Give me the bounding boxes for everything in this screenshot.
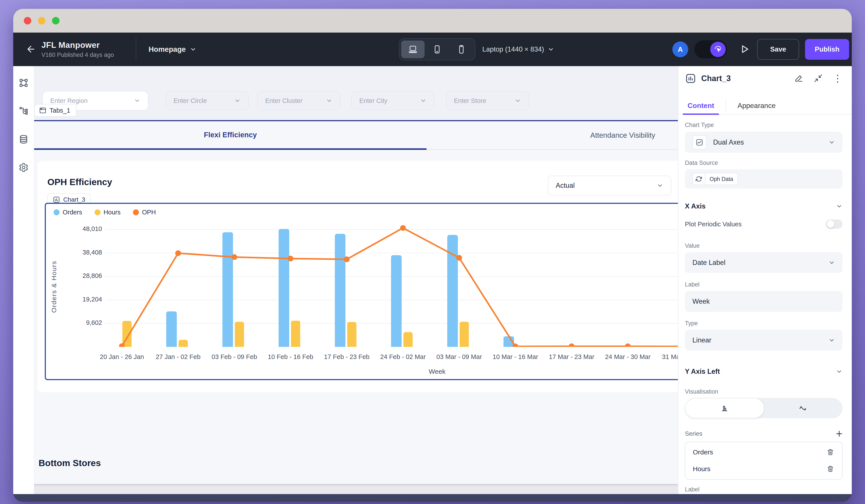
series-header: Series + <box>685 429 842 438</box>
y-axis-title: Orders & Hours <box>50 230 58 344</box>
back-button[interactable] <box>25 43 37 56</box>
filter-enter-city[interactable]: Enter City <box>351 91 435 110</box>
legend-swatch <box>54 209 59 215</box>
oph-data-point <box>288 256 293 261</box>
delete-series-button[interactable] <box>826 465 834 473</box>
data-source-chip[interactable]: Oph Data <box>692 173 738 185</box>
x-type-select[interactable]: Linear <box>685 330 842 351</box>
chart-type-label: Chart Type <box>685 122 842 128</box>
chevron-down-icon <box>547 46 554 53</box>
y-axis-left-title: Y Axis Left <box>685 367 720 376</box>
plot-periodic-toggle[interactable] <box>826 220 842 229</box>
left-toolbar <box>13 66 34 494</box>
minimize-window-button[interactable] <box>38 17 45 24</box>
visualisation-line-button[interactable] <box>764 398 843 418</box>
metric-selector[interactable]: Actual <box>548 176 671 196</box>
sidebar-item-datasources[interactable] <box>18 134 29 145</box>
chevron-down-icon <box>828 259 835 266</box>
publish-button[interactable]: Publish <box>805 39 849 60</box>
chart-icon <box>685 73 696 84</box>
legend-item-oph[interactable]: OPH <box>133 209 156 216</box>
more-options-button[interactable]: ⋮ <box>833 74 842 83</box>
bar-chart-icon <box>720 403 729 413</box>
preview-button[interactable] <box>737 42 751 56</box>
x-value-select[interactable]: Date Label <box>685 252 842 273</box>
sidebar-item-settings[interactable] <box>18 162 29 173</box>
save-button[interactable]: Save <box>757 39 799 60</box>
y-axis-left-section-header[interactable]: Y Axis Left <box>685 367 842 376</box>
page-selector[interactable]: Homepage <box>149 45 196 54</box>
series-row-orders[interactable]: Orders <box>685 444 842 460</box>
sidebar-item-widgets[interactable] <box>18 78 29 89</box>
tabs-widget-badge[interactable]: Tabs_1 <box>34 104 77 117</box>
visualisation-bar-button[interactable] <box>685 398 764 418</box>
filter-placeholder: Enter Store <box>454 97 486 104</box>
window-bottom-bar <box>13 494 852 502</box>
x-label-value: Week <box>692 297 710 305</box>
properties-panel: Chart_3 ⋮ Content Appearance <box>678 66 852 494</box>
gear-icon <box>19 162 28 173</box>
legend-swatch <box>133 209 139 215</box>
wave-line-icon <box>799 403 808 413</box>
chevron-down-icon <box>657 182 663 189</box>
panel-tab-appearance[interactable]: Appearance <box>735 97 778 114</box>
data-source-label: Data Source <box>685 160 842 166</box>
visualisation-segmented-control <box>685 398 842 418</box>
page-selector-label: Homepage <box>149 45 186 54</box>
chart-widget-selected[interactable]: 9,60219,20428,80638,40848,010OrdersHours… <box>45 203 695 380</box>
collapse-panel-button[interactable] <box>814 74 823 83</box>
data-source-field[interactable]: Oph Data <box>685 169 842 189</box>
plot-periodic-row: Plot Periodic Values <box>685 220 842 229</box>
delete-series-button[interactable] <box>826 448 834 456</box>
refresh-icon <box>693 173 705 185</box>
panel-widget-name: Chart_3 <box>701 74 789 83</box>
add-series-button[interactable]: + <box>836 429 842 438</box>
series-name: Hours <box>693 465 711 473</box>
legend-item-hours[interactable]: Hours <box>95 209 120 216</box>
chevron-down-icon <box>234 97 241 104</box>
device-phone-button[interactable] <box>450 40 473 58</box>
window-titlebar <box>13 9 852 33</box>
chart-plot-area: 9,60219,20428,80638,40848,010 <box>46 204 695 347</box>
device-laptop-button[interactable] <box>401 40 425 58</box>
navbar-divider <box>136 37 136 61</box>
chart-legend: OrdersHoursOPH <box>54 209 156 216</box>
collapse-icon <box>814 74 823 83</box>
chart-widget-name: Chart_3 <box>63 196 85 203</box>
chevron-down-icon <box>828 337 835 343</box>
app-window: JFL Manpower V160 Published 4 days ago H… <box>13 9 852 502</box>
oph-data-point <box>569 343 575 347</box>
device-tablet-button[interactable] <box>425 40 449 58</box>
chevron-down-icon <box>515 97 521 104</box>
filter-placeholder: Enter Circle <box>173 97 207 104</box>
filter-enter-cluster[interactable]: Enter Cluster <box>257 91 341 110</box>
panel-header-actions: ⋮ <box>794 74 842 83</box>
metric-selector-value: Actual <box>556 181 575 189</box>
panel-tab-content[interactable]: Content <box>685 97 717 114</box>
filter-enter-circle[interactable]: Enter Circle <box>165 91 249 110</box>
widget-tree-icon <box>19 106 28 116</box>
legend-item-orders[interactable]: Orders <box>54 209 82 216</box>
tab-flexi-efficiency[interactable]: Flexi Efficiency <box>34 121 427 150</box>
avatar[interactable]: A <box>672 42 688 57</box>
x-axis-section-header[interactable]: X Axis <box>685 202 842 210</box>
interactivity-toggle[interactable] <box>694 40 727 58</box>
oph-data-point <box>625 343 631 347</box>
close-window-button[interactable] <box>24 17 31 24</box>
fullscreen-window-button[interactable] <box>52 17 59 24</box>
device-size-label: Laptop (1440 × 834) <box>482 45 544 53</box>
series-row-hours[interactable]: Hours <box>685 460 842 477</box>
rename-widget-button[interactable] <box>794 74 804 83</box>
chart-type-select[interactable]: Dual Axes <box>685 132 842 153</box>
panel-tab-appearance-label: Appearance <box>738 102 776 110</box>
x-label-input[interactable]: Week <box>685 291 842 312</box>
trash-icon <box>827 448 834 456</box>
x-value: Date Label <box>692 259 725 267</box>
x-type-value: Linear <box>692 336 711 344</box>
filter-enter-store[interactable]: Enter Store <box>446 91 529 110</box>
desktop-background: JFL Manpower V160 Published 4 days ago H… <box>0 0 865 504</box>
sidebar-item-widget-tree[interactable] <box>18 106 29 117</box>
device-size-selector[interactable]: Laptop (1440 × 834) <box>482 45 554 53</box>
x-axis-title: Week <box>178 368 695 375</box>
oph-data-point <box>344 257 350 262</box>
